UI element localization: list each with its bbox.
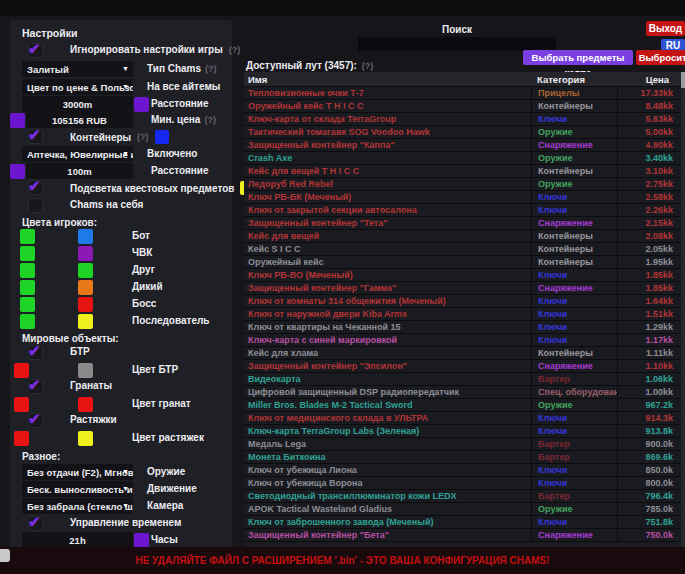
item-category: Оружие	[531, 126, 617, 138]
table-row[interactable]: Кейс S I C CКонтейнеры2.05kk	[244, 243, 681, 256]
table-row[interactable]: Тепловизионные очки Т-7Прицелы17.33kk	[244, 87, 681, 100]
table-row[interactable]: ВидеокартаБартер1.06kk	[244, 373, 681, 386]
table-row[interactable]: Кейс для хламаКонтейнеры1.11kk	[244, 347, 681, 360]
discard-all-button[interactable]: Выбросить все	[636, 50, 685, 65]
table-row[interactable]: Кейс для вещейКонтейнеры2.08kk	[244, 230, 681, 243]
column-header-category[interactable]: Категория	[531, 72, 617, 86]
world-object-row: Растяжки	[10, 413, 232, 430]
table-row[interactable]: Ключ-карта TerraGroup Labs (Зеленая)Ключ…	[244, 425, 681, 438]
item-category: Ключи	[531, 477, 617, 489]
player-secondary-color-swatch[interactable]	[78, 246, 93, 261]
table-row[interactable]: Ключ от квартиры на Чеканной 15Ключи1.29…	[244, 321, 681, 334]
player-secondary-color-swatch[interactable]	[78, 263, 93, 278]
scrollbar-track[interactable]	[681, 72, 685, 548]
table-row[interactable]: Медаль LegaБартер900.0k	[244, 438, 681, 451]
table-row[interactable]: Защищенный контейнер "Каппа"Снаряжение4.…	[244, 139, 681, 152]
table-row[interactable]: Монета БиткоинаБартер869.6k	[244, 451, 681, 464]
help-hint[interactable]: (?)	[229, 45, 241, 55]
player-primary-color-swatch[interactable]	[20, 263, 35, 278]
help-hint[interactable]: (?)	[137, 132, 149, 142]
distance2-color-swatch[interactable]	[10, 164, 25, 179]
misc-dropdown[interactable]: Беск. выносливость и нет уста▼	[22, 481, 133, 497]
world-primary-color-swatch[interactable]	[14, 397, 29, 412]
containers-checkbox[interactable]	[28, 129, 43, 144]
table-row[interactable]: Защищенный контейнер "Эпсилон"Снаряжение…	[244, 360, 681, 373]
distance-color-swatch[interactable]	[134, 97, 149, 112]
table-row[interactable]: Кейс для вещей T H I C CКонтейнеры3.10kk	[244, 165, 681, 178]
table-row[interactable]: Ключ от убежища ЛионаКлючи850.0k	[244, 464, 681, 477]
misc-dropdown[interactable]: Без отдачи (F2), Мгновенное п▼	[22, 464, 133, 480]
table-row[interactable]: Ключ от закрытой секции автосалонаКлючи2…	[244, 204, 681, 217]
table-row[interactable]: Ключ от заброшенного завода (Меченый)Клю…	[244, 516, 681, 529]
world-secondary-color-swatch[interactable]	[78, 363, 93, 378]
help-hint[interactable]: (?)	[362, 61, 374, 71]
table-row[interactable]: Защищенный контейнер "Бета"Снаряжение750…	[244, 529, 681, 542]
distance-input[interactable]: 3000m	[22, 96, 133, 112]
table-row[interactable]: Защищенный контейнер "Тета"Снаряжение2.1…	[244, 217, 681, 230]
table-row[interactable]: Ключ-карта от склада TerraGroupКлючи5.63…	[244, 113, 681, 126]
column-header-name[interactable]: Имя	[244, 74, 531, 85]
help-hint[interactable]: (?)	[205, 64, 217, 74]
select-kappa-items-button[interactable]: Выбрать предметы каппа	[523, 50, 633, 65]
player-secondary-color-swatch[interactable]	[78, 229, 93, 244]
player-secondary-color-swatch[interactable]	[78, 280, 93, 295]
min-price-color-swatch[interactable]	[10, 113, 25, 128]
ignore-game-settings-checkbox[interactable]	[28, 43, 43, 58]
player-primary-color-swatch[interactable]	[20, 246, 35, 261]
distance2-input[interactable]: 100m	[26, 163, 133, 179]
item-name: Кейс для хлама	[244, 348, 531, 358]
player-primary-color-swatch[interactable]	[20, 280, 35, 295]
all-items-dropdown[interactable]: Цвет по цене & Пользователь ▼	[22, 79, 133, 95]
item-name: Защищенный контейнер "Гамма"	[244, 283, 531, 293]
world-secondary-color-swatch[interactable]	[78, 397, 93, 412]
scrollbar-thumb[interactable]	[681, 72, 685, 88]
hours-color-swatch[interactable]	[134, 533, 149, 548]
time-control-checkbox[interactable]	[28, 516, 43, 531]
table-row[interactable]: Цифровой защищенный DSP радиопередатчикС…	[244, 386, 681, 399]
table-row[interactable]: Crash AxeОружие3.40kk	[244, 152, 681, 165]
min-price-input[interactable]: 105156 RUB	[26, 112, 133, 128]
search-input[interactable]	[358, 37, 556, 51]
table-row[interactable]: Ключ-карта с синей маркировкойКлючи1.17k…	[244, 334, 681, 347]
enabled-filter-dropdown[interactable]: Аптечка, Ювелирные и... ▼	[22, 146, 133, 162]
exit-button[interactable]: Выход	[646, 21, 685, 36]
table-row[interactable]: Miller Bros. Blades M-2 Tactical SwordОр…	[244, 399, 681, 412]
table-row[interactable]: Тактический томагавк SOG Voodoo HawkОруж…	[244, 126, 681, 139]
world-color-label: Цвет растяжек	[132, 432, 204, 443]
player-primary-color-swatch[interactable]	[20, 297, 35, 312]
world-secondary-color-swatch[interactable]	[78, 431, 93, 446]
table-row[interactable]: Ключ РБ-ВО (Меченый)Ключи1.85kk	[244, 269, 681, 282]
item-price: 1.17kk	[617, 334, 681, 346]
table-row[interactable]: Ключ от наружной двери Kiba ArmsКлючи1.5…	[244, 308, 681, 321]
chams-type-dropdown[interactable]: Залитый ▼	[22, 61, 133, 77]
world-object-checkbox[interactable]	[28, 345, 43, 360]
column-header-price[interactable]: Цена	[617, 72, 681, 86]
player-secondary-color-swatch[interactable]	[78, 314, 93, 329]
table-row[interactable]: Ключ РБ-БК (Меченый)Ключи2.58kk	[244, 191, 681, 204]
chams-self-checkbox[interactable]	[28, 198, 43, 213]
table-row[interactable]: Ледоруб Red RebelОружие2.75kk	[244, 178, 681, 191]
table-row[interactable]: Оружейный кейсКонтейнеры1.95kk	[244, 256, 681, 269]
table-row[interactable]: Ключ от убежища ВоронаКлючи800.0k	[244, 477, 681, 490]
world-object-checkbox[interactable]	[28, 413, 43, 428]
containers-color-swatch[interactable]	[155, 130, 169, 144]
player-primary-color-swatch[interactable]	[20, 229, 35, 244]
item-price: 1.95kk	[617, 256, 681, 268]
player-secondary-color-swatch[interactable]	[78, 297, 93, 312]
hours-input[interactable]: 21h	[22, 532, 133, 548]
misc-dropdown[interactable]: Без забрала (стекло шлема)▼	[22, 498, 133, 514]
world-object-checkbox[interactable]	[28, 379, 43, 394]
world-primary-color-swatch[interactable]	[14, 363, 29, 378]
table-row[interactable]: Оружейный кейс T H I C CКонтейнеры8.48kk	[244, 100, 681, 113]
table-row[interactable]: Светодиодный трансиллюминатор кожи LEDXБ…	[244, 490, 681, 503]
table-row[interactable]: Ключ от медицинского склада в УЛЬТРАКлюч…	[244, 412, 681, 425]
help-hint[interactable]: (?)	[204, 115, 216, 125]
table-row[interactable]: Ключ от комнаты 314 общежития (Меченый)К…	[244, 295, 681, 308]
quest-highlight-checkbox[interactable]	[28, 180, 43, 195]
settings-panel: Настройки Игнорировать настройки игры (?…	[10, 20, 232, 560]
table-row[interactable]: APOK Tactical Wasteland GladiusОружие785…	[244, 503, 681, 516]
item-price: 1.51kk	[617, 308, 681, 320]
player-primary-color-swatch[interactable]	[20, 314, 35, 329]
world-primary-color-swatch[interactable]	[14, 431, 29, 446]
table-row[interactable]: Защищенный контейнер "Гамма"Снаряжение1.…	[244, 282, 681, 295]
